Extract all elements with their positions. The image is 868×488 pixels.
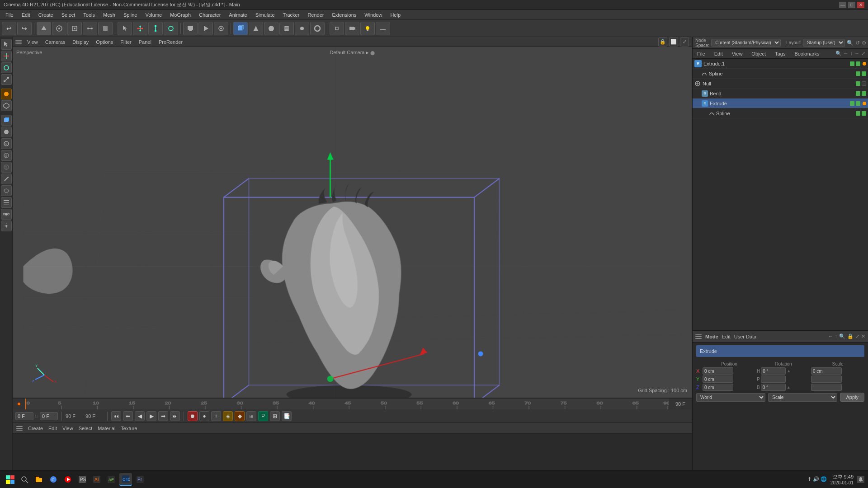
start-button[interactable] (4, 473, 16, 486)
next-frame-btn[interactable]: ➡ (158, 411, 168, 421)
menu-tracker[interactable]: Tracker (279, 11, 303, 19)
vp-view-menu[interactable]: View (25, 39, 40, 45)
tab-bookmarks[interactable]: Bookmarks (793, 50, 821, 57)
null-obj-button[interactable] (330, 22, 344, 35)
taskbar-media[interactable] (61, 473, 74, 486)
rotate-tool[interactable] (1, 62, 12, 73)
goto-end-btn[interactable]: ⏭ (170, 411, 180, 421)
cube-prim-btn[interactable] (1, 115, 12, 126)
obj-row-extrude1[interactable]: E Extrude.1 (693, 59, 868, 69)
p-rot-input[interactable] (761, 375, 786, 383)
h-rot-input[interactable] (761, 367, 786, 375)
h-rot-btn[interactable]: ▲ (787, 369, 791, 373)
taskbar-files[interactable] (33, 473, 45, 486)
x-scale-input[interactable] (811, 367, 842, 375)
rotate-tool-button[interactable] (164, 22, 178, 35)
param-btn[interactable]: P (258, 411, 268, 421)
spline1-vis-check[interactable] (856, 71, 860, 76)
motion-clip-btn[interactable]: + (211, 411, 221, 421)
menu-mesh[interactable]: Mesh (99, 11, 119, 19)
z-scale-input[interactable] (811, 384, 842, 391)
menu-select[interactable]: Select (58, 11, 79, 19)
3d-mode-btn[interactable] (1, 89, 12, 99)
goto-start-btn[interactable]: ⏮ (111, 411, 121, 421)
extrude-vis-check[interactable] (850, 101, 854, 106)
tab-view[interactable]: View (730, 50, 745, 57)
attr-mode-tab[interactable]: Mode (705, 334, 718, 339)
extrude-render-check[interactable] (856, 101, 860, 106)
attr-userdata-tab[interactable]: User Data (734, 334, 757, 339)
play-reverse-btn[interactable]: ◀ (135, 411, 145, 421)
apply-button[interactable]: Apply (840, 393, 864, 402)
node-space-dropdown[interactable]: Current (Standard/Physical) (711, 39, 781, 47)
viewport-menu-icon[interactable] (15, 40, 22, 44)
floor-button[interactable] (376, 22, 390, 35)
record-btn[interactable]: ⏺ (188, 411, 198, 421)
auto-key-btn[interactable]: ● (199, 411, 209, 421)
timeline-mode-btn[interactable]: ◈ (223, 411, 233, 421)
obj-row-bend[interactable]: B Bend (693, 89, 868, 99)
null-vis-check[interactable] (856, 81, 860, 86)
tool-s1[interactable]: S (1, 138, 12, 149)
layers-tool[interactable] (1, 197, 12, 208)
mat-view-menu[interactable]: View (62, 426, 73, 431)
capsule-button[interactable] (295, 22, 309, 35)
timeline-track[interactable]: 0 5 10 15 20 25 (25, 399, 669, 409)
move-tool-button[interactable] (133, 22, 147, 35)
point-mode-button[interactable] (67, 22, 82, 35)
extrude1-render-check[interactable] (856, 61, 860, 66)
menu-volume[interactable]: Volume (142, 11, 165, 19)
camera-button[interactable] (345, 22, 359, 35)
vp-filter-menu[interactable]: Filter (118, 39, 133, 45)
b-rot-input[interactable] (761, 384, 786, 391)
menu-character[interactable]: Character (195, 11, 224, 19)
render-view-button[interactable] (183, 22, 198, 35)
vp-prorender-menu[interactable]: ProRender (157, 39, 184, 45)
close-button[interactable]: ✕ (857, 2, 864, 8)
obj-expand-icon[interactable]: ⤢ (861, 51, 865, 56)
extrude1-vis-check[interactable] (850, 61, 854, 66)
node-tool[interactable] (1, 209, 12, 220)
scale-tool-button[interactable] (148, 22, 163, 35)
menu-help[interactable]: Help (387, 11, 404, 19)
live-select-button[interactable] (118, 22, 132, 35)
polygon-mode-button[interactable] (98, 22, 113, 35)
taskbar-app3[interactable]: AE (105, 473, 118, 486)
mat-menu-icon[interactable] (16, 426, 23, 431)
y-scale-input[interactable] (811, 375, 842, 383)
fullscreen-viewport-btn[interactable]: ⤢ (680, 38, 689, 47)
sculpt-tool[interactable] (1, 185, 12, 196)
b-rot-btn[interactable]: ▲ (787, 385, 791, 389)
play-btn[interactable]: ▶ (146, 411, 156, 421)
render-button[interactable] (198, 22, 213, 35)
world-dropdown[interactable]: World Object (696, 393, 765, 402)
edge-mode-button[interactable] (83, 22, 97, 35)
tab-tags[interactable]: Tags (773, 50, 787, 57)
layout-dropdown[interactable]: Startup (User) (803, 39, 845, 47)
attr-search-icon[interactable]: 🔍 (839, 333, 845, 339)
menu-simulate[interactable]: Simulate (252, 11, 278, 19)
tab-object[interactable]: Object (750, 50, 768, 57)
vp-cameras-menu[interactable]: Cameras (43, 39, 67, 45)
spline2-vis-check[interactable] (856, 111, 860, 116)
attr-lock-icon[interactable]: 🔒 (847, 333, 854, 339)
light-button[interactable] (360, 22, 375, 35)
null-render-check[interactable] (862, 81, 866, 86)
obj-row-spline2[interactable]: Spline (693, 108, 868, 118)
motion-btn[interactable]: ≋ (246, 411, 256, 421)
menu-tools[interactable]: Tools (80, 11, 99, 19)
attr-menu-icon[interactable] (695, 334, 702, 339)
spline2-render-check[interactable] (862, 111, 866, 116)
vp-display-menu[interactable]: Display (71, 39, 90, 45)
bookmarks-btn[interactable]: 📑 (282, 411, 292, 421)
x-pos-input[interactable] (703, 367, 733, 375)
grid-btn[interactable]: ⊞ (270, 411, 280, 421)
taskbar-app2[interactable]: AI (90, 473, 103, 486)
taskbar-search[interactable] (18, 473, 31, 486)
bend-vis-check[interactable] (856, 91, 860, 96)
move-tool[interactable] (1, 51, 12, 61)
mat-select-menu[interactable]: Select (79, 426, 93, 431)
menu-spline[interactable]: Spline (120, 11, 141, 19)
scale-dropdown[interactable]: Scale Absolute (768, 393, 837, 402)
mat-edit-menu[interactable]: Edit (48, 426, 57, 431)
